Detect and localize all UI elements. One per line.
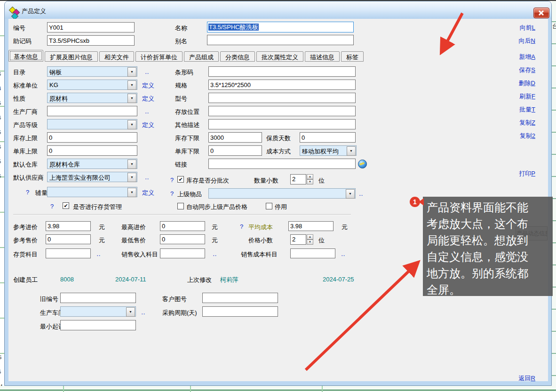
chevron-down-icon[interactable]: ▼	[347, 146, 356, 156]
yuan-label: 元	[99, 236, 105, 245]
disabled-checkbox[interactable]	[266, 203, 272, 209]
grade-select[interactable]: ▼	[47, 119, 137, 129]
price-decimal-stepper[interactable]: 2 ▲ ▼	[290, 234, 313, 245]
link-input[interactable]	[208, 159, 356, 169]
spin-up-icon[interactable]: ▲	[307, 234, 313, 240]
action-batch[interactable]: 批量T	[519, 105, 535, 114]
barcode-input[interactable]	[208, 66, 356, 77]
old-code-input[interactable]	[60, 293, 136, 303]
manufacturer-browse-link[interactable]: ‥	[145, 108, 149, 115]
action-refresh[interactable]: 刷新F	[519, 92, 535, 101]
spin-down-icon[interactable]: ▼	[307, 240, 313, 245]
action-back[interactable]: 返回R	[519, 374, 535, 383]
cost-method-select[interactable]: 移动加权平均 ▼	[300, 145, 357, 156]
purchase-cycle-input[interactable]	[202, 306, 278, 317]
batch-checkbox[interactable]: ✔	[177, 176, 184, 183]
parent-item-browse-link[interactable]: ‥	[359, 190, 363, 197]
tab-extended-images[interactable]: 扩展及图片信息	[45, 51, 98, 62]
min-sale-input[interactable]	[160, 234, 205, 244]
action-add[interactable]: 新增A	[519, 53, 535, 61]
spin-up-icon[interactable]: ▲	[307, 174, 313, 179]
other-desc-input[interactable]	[208, 119, 356, 129]
customer-drawing-input[interactable]	[202, 293, 278, 303]
nature-select[interactable]: 原材料 ▼	[47, 93, 137, 103]
tab-product-composition[interactable]: 产品组成	[184, 51, 219, 62]
help-icon[interactable]: ?	[50, 203, 54, 210]
cost-subject-browse-link[interactable]: ‥	[341, 250, 345, 257]
action-copy2[interactable]: 复制2	[520, 132, 535, 140]
qty-decimal-stepper[interactable]: 2 ▲ ▼	[290, 174, 313, 184]
action-print[interactable]: 打印P	[519, 169, 535, 178]
workshop-browse-link[interactable]: ‥	[141, 309, 145, 316]
action-forward[interactable]: 向前L	[520, 24, 535, 32]
tab-related-files[interactable]: 相关文件	[99, 51, 134, 62]
income-subject-browse-link[interactable]: ‥	[213, 250, 217, 257]
aux-unit-select[interactable]: ▼	[47, 187, 137, 197]
chevron-down-icon[interactable]: ▼	[127, 67, 136, 77]
chevron-down-icon[interactable]: ▼	[127, 173, 136, 182]
ref-sale-input[interactable]	[46, 234, 91, 244]
help-icon[interactable]: ?	[170, 176, 174, 184]
single-upper-input[interactable]	[47, 145, 137, 156]
mnemonic-input[interactable]	[47, 35, 135, 46]
single-lower-input[interactable]	[208, 145, 262, 156]
tab-description[interactable]: 描述信息	[305, 51, 340, 62]
price-decimal-value[interactable]: 2	[290, 234, 306, 245]
chevron-down-icon[interactable]: ▼	[127, 120, 136, 129]
action-copy[interactable]: 复制Z	[519, 119, 535, 127]
close-button[interactable]	[533, 8, 549, 18]
location-input[interactable]	[208, 106, 356, 116]
spec-input[interactable]	[208, 80, 356, 90]
chevron-down-icon[interactable]: ▼	[126, 307, 135, 317]
sync-price-checkbox[interactable]	[177, 203, 184, 209]
income-subject-input[interactable]	[160, 248, 205, 258]
help-icon[interactable]: ?	[26, 189, 29, 196]
chevron-down-icon[interactable]: ▼	[127, 94, 136, 103]
tab-batch-attributes[interactable]: 批次属性定义	[256, 51, 303, 62]
catalog-browse-link[interactable]: ‥	[145, 68, 149, 75]
stock-subject-browse-link[interactable]: ‥	[96, 250, 101, 257]
cost-subject-input[interactable]	[290, 248, 335, 258]
chevron-down-icon[interactable]: ▼	[127, 188, 136, 197]
name-input[interactable]: T3.5/SPHC酸洗板	[207, 22, 354, 32]
tab-pricing-unit[interactable]: 计价折算单位	[135, 51, 183, 62]
tab-classification[interactable]: 分类信息	[220, 51, 255, 62]
tab-labels[interactable]: 标签	[341, 51, 364, 62]
aux-unit-define-link[interactable]: 定义	[142, 189, 154, 197]
unit-define-link[interactable]: 定义	[142, 81, 154, 90]
alias-input[interactable]	[207, 35, 354, 45]
action-delete[interactable]: 删除D	[519, 79, 535, 88]
parent-item-select[interactable]: ▼	[208, 188, 356, 199]
chevron-down-icon[interactable]: ▼	[127, 80, 136, 90]
supplier-select[interactable]: 上海罡萱实业有限公司 ▼	[47, 172, 137, 182]
supplier-browse-link[interactable]: ‥	[145, 174, 149, 181]
shelf-life-input[interactable]	[300, 132, 356, 143]
workshop-select[interactable]: ▼	[60, 306, 136, 317]
stock-lower-input[interactable]	[208, 132, 262, 143]
spin-down-icon[interactable]: ▼	[307, 179, 313, 184]
tab-basic-info[interactable]: 基本信息	[8, 50, 43, 62]
stock-upper-input[interactable]	[47, 132, 137, 143]
stock-subject-input[interactable]	[46, 248, 91, 258]
help-icon[interactable]: ?	[170, 190, 174, 197]
catalog-select[interactable]: 钢板 ▼	[47, 66, 137, 77]
nature-define-link[interactable]: 定义	[142, 95, 154, 103]
max-purchase-input[interactable]	[160, 221, 205, 231]
manufacturer-input[interactable]	[47, 106, 137, 116]
qty-decimal-value[interactable]: 2	[290, 174, 306, 184]
unit-select[interactable]: KG ▼	[47, 80, 137, 90]
warehouse-select[interactable]: 原材料仓库 ▼	[47, 159, 137, 169]
min-order-input[interactable]	[60, 320, 136, 330]
ref-purchase-input[interactable]	[46, 221, 91, 231]
globe-icon[interactable]	[358, 160, 367, 168]
action-backward[interactable]: 向后N	[519, 37, 535, 45]
chevron-down-icon[interactable]: ▼	[127, 160, 136, 169]
model-input[interactable]	[208, 93, 356, 103]
inventory-mgmt-checkbox[interactable]: ✔	[63, 202, 69, 209]
chevron-down-icon[interactable]: ▼	[346, 189, 355, 199]
help-icon[interactable]: ?	[240, 223, 243, 230]
action-save[interactable]: 保存S	[519, 66, 535, 74]
avg-cost-input[interactable]	[288, 221, 334, 231]
grade-define-link[interactable]: 定义	[142, 121, 154, 129]
code-input[interactable]	[47, 22, 135, 32]
